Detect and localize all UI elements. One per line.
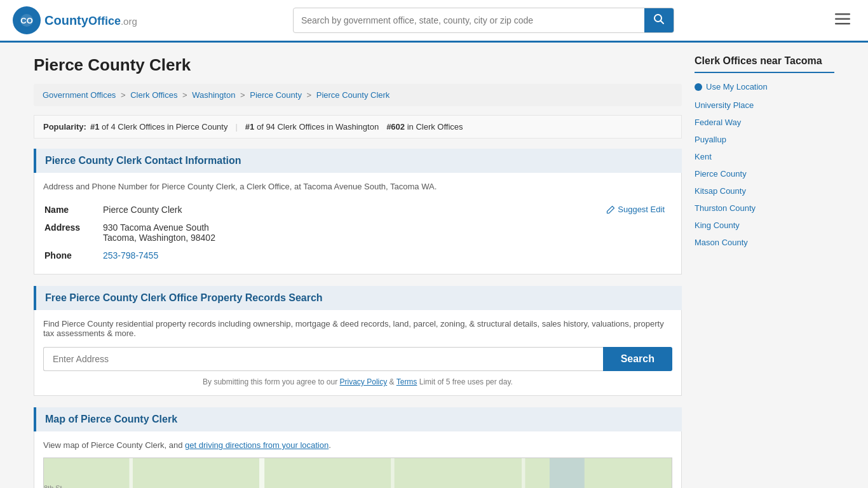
global-search-input[interactable] (294, 10, 644, 30)
driving-directions-link[interactable]: get driving directions from your locatio… (185, 440, 329, 450)
sidebar-link-mason-county[interactable]: Mason County (695, 236, 834, 248)
breadcrumb-link-washington[interactable]: Washington (192, 90, 235, 100)
sidebar-link-federal-way[interactable]: Federal Way (695, 116, 834, 128)
breadcrumb: Government Offices > Clerk Offices > Was… (34, 84, 682, 106)
breadcrumb-sep-2: > (182, 90, 189, 100)
sidebar-link-pierce-county[interactable]: Pierce County (695, 168, 834, 180)
privacy-policy-link[interactable]: Privacy Policy (340, 377, 388, 386)
sidebar-link-university-place[interactable]: University Place (695, 99, 834, 111)
property-box: Find Pierce County residential property … (34, 310, 682, 396)
map-description: View map of Pierce County Clerk, and get… (43, 440, 672, 450)
contact-address-row: Address 930 Tacoma Avenue South Tacoma, … (44, 219, 671, 246)
svg-rect-7 (835, 23, 850, 25)
sidebar-title: Clerk Offices near Tacoma (695, 55, 834, 73)
contact-phone-value: 253-798-7455 (103, 247, 671, 264)
contact-name-value: Pierce County Clerk Suggest Edit (103, 201, 671, 218)
contact-description: Address and Phone Number for Pierce Coun… (43, 182, 672, 191)
map-section-header: Map of Pierce County Clerk (34, 407, 682, 431)
sidebar-link-kitsap-county[interactable]: Kitsap County (695, 185, 834, 197)
popularity-rank2: #1 of 94 Clerk Offices in Washington (245, 122, 379, 132)
contact-box: Address and Phone Number for Pierce Coun… (34, 173, 682, 274)
property-section-header: Free Pierce County Clerk Office Property… (34, 286, 682, 310)
contact-address-value: 930 Tacoma Avenue South Tacoma, Washingt… (103, 219, 671, 246)
header-right (830, 10, 855, 31)
property-description: Find Pierce County residential property … (43, 319, 672, 338)
address-search-form: Search (43, 347, 672, 371)
breadcrumb-sep-1: > (121, 90, 128, 100)
logo-text: CountyOffice.org (44, 13, 137, 28)
contact-address-label: Address (44, 219, 102, 246)
contact-table: Name Pierce County Clerk Suggest Edit Ad… (43, 200, 672, 265)
breadcrumb-link-government-offices[interactable]: Government Offices (43, 90, 116, 100)
contact-phone-row: Phone 253-798-7455 (44, 247, 671, 264)
svg-line-4 (660, 21, 663, 24)
map-placeholder: 8th St S 9th St Pacific addin Bail Bonds… (43, 458, 672, 488)
global-search-button[interactable] (644, 8, 674, 32)
site-header: CO CountyOffice.org (0, 0, 868, 43)
popularity-sep: | (235, 122, 237, 132)
map-box: View map of Pierce County Clerk, and get… (34, 431, 682, 488)
use-my-location-link[interactable]: Use My Location (695, 82, 834, 92)
svg-rect-23 (550, 458, 585, 488)
contact-phone-label: Phone (44, 247, 102, 264)
hamburger-menu-button[interactable] (830, 10, 855, 31)
map-svg: 8th St S 9th St Pacific addin Bail Bonds (44, 458, 672, 488)
popularity-label: Popularity: (43, 122, 86, 132)
sidebar-link-thurston-county[interactable]: Thurston County (695, 202, 834, 214)
global-search-bar (293, 8, 674, 33)
breadcrumb-link-clerk-offices[interactable]: Clerk Offices (130, 90, 177, 100)
sidebar-links: University Place Federal Way Puyallup Ke… (695, 99, 834, 248)
popularity-rank1: #1 of 4 Clerk Offices in Pierce County (90, 122, 228, 132)
terms-link[interactable]: Terms (397, 377, 417, 386)
svg-text:CO: CO (20, 16, 33, 25)
breadcrumb-link-pierce-county[interactable]: Pierce County (250, 90, 302, 100)
logo-icon: CO (13, 6, 41, 34)
svg-rect-5 (835, 13, 850, 15)
privacy-note: By submitting this form you agree to our… (43, 377, 672, 386)
popularity-bar: Popularity: #1 of 4 Clerk Offices in Pie… (34, 115, 682, 139)
content-area: Pierce County Clerk Government Offices >… (34, 55, 682, 488)
sidebar-link-puyallup[interactable]: Puyallup (695, 133, 834, 146)
breadcrumb-link-pierce-county-clerk[interactable]: Pierce County Clerk (316, 90, 390, 100)
breadcrumb-sep-3: > (240, 90, 247, 100)
contact-section-header: Pierce County Clerk Contact Information (34, 149, 682, 173)
main-container: Pierce County Clerk Government Offices >… (21, 43, 847, 488)
popularity-rank3: #602 in Clerk Offices (386, 122, 463, 132)
sidebar-link-king-county[interactable]: King County (695, 219, 834, 231)
location-pin-icon (695, 83, 702, 91)
sidebar-link-kent[interactable]: Kent (695, 151, 834, 163)
phone-link[interactable]: 253-798-7455 (103, 250, 158, 261)
sidebar: Clerk Offices near Tacoma Use My Locatio… (695, 55, 834, 488)
suggest-edit-link[interactable]: Suggest Edit (606, 205, 665, 214)
address-search-button[interactable]: Search (603, 347, 672, 371)
svg-text:8th St: 8th St (44, 484, 62, 488)
breadcrumb-sep-4: > (307, 90, 314, 100)
contact-name-label: Name (44, 201, 102, 218)
svg-rect-6 (835, 18, 850, 20)
logo-area: CO CountyOffice.org (13, 6, 137, 34)
page-title: Pierce County Clerk (34, 55, 682, 75)
address-search-input[interactable] (43, 347, 603, 371)
contact-name-row: Name Pierce County Clerk Suggest Edit (44, 201, 671, 218)
